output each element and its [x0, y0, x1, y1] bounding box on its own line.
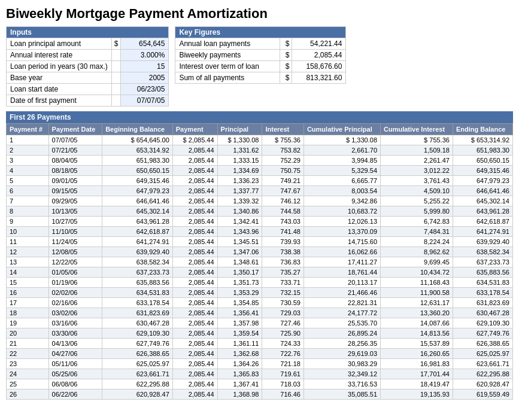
table-row-25-cell-5: 716.46	[262, 389, 303, 400]
table-row-20-cell-7: 15,537.89	[381, 339, 453, 349]
table-row-21-cell-8: 625,025.97	[453, 349, 512, 359]
table-row-11-cell-5: 738.38	[262, 247, 303, 257]
table-row-10-cell-6: 14,715.60	[303, 237, 380, 247]
table-row-19-cell-8: 627,749.76	[453, 328, 512, 339]
table-row-20-cell-5: 724.33	[262, 339, 303, 349]
table-row-25-cell-1: 06/22/06	[48, 389, 102, 400]
table-row-6-cell-1: 09/29/05	[48, 196, 102, 206]
kf-label-0: Annual loan payments	[175, 38, 280, 50]
table-row-5-cell-1: 09/15/05	[48, 186, 102, 196]
col-header-8: Ending Balance	[453, 124, 512, 135]
col-header-2: Beginning Balance	[102, 124, 173, 135]
table-row-17-cell-4: 1,356.41	[217, 308, 262, 318]
table-row-3-cell-0: 4	[7, 166, 49, 176]
table-row-3-cell-4: 1,334.69	[217, 166, 262, 176]
table-row-0-cell-0: 1	[7, 135, 49, 145]
table-row-18-cell-0: 19	[7, 318, 49, 328]
table-row-17-cell-6: 24,177.72	[303, 308, 380, 318]
table-row-2-cell-6: 3,994.85	[303, 156, 380, 166]
table-row-1-cell-0: 2	[7, 145, 49, 156]
col-header-7: Cumulative Interest	[381, 124, 453, 135]
input-value-3[interactable]: 2005	[121, 72, 169, 84]
input-value-5[interactable]: 07/07/05	[121, 95, 169, 106]
table-row-18-cell-1: 03/16/06	[48, 318, 102, 328]
kf-label-3: Sum of all payments	[175, 72, 280, 84]
input-value-1[interactable]: 3.000%	[121, 50, 169, 61]
table-row-17-cell-7: 13,360.20	[381, 308, 453, 318]
table-row-19-cell-5: 725.90	[262, 328, 303, 339]
col-header-6: Cumulative Principal	[303, 124, 380, 135]
table-row-17-cell-8: 630,467.28	[453, 308, 512, 318]
table-row-11-cell-6: 16,062.66	[303, 247, 380, 257]
table-row-8-cell-6: 12,026.13	[303, 217, 380, 227]
table-row-8-cell-5: 743.03	[262, 217, 303, 227]
table-row-16-cell-0: 17	[7, 298, 49, 308]
table-row-1-cell-6: 2,661.70	[303, 145, 380, 156]
table-row-8-cell-2: 643,961.28	[102, 217, 173, 227]
table-row-9-cell-1: 11/10/05	[48, 227, 102, 237]
table-row-10-cell-8: 639,929.40	[453, 237, 512, 247]
table-row-5-cell-8: 646,641.46	[453, 186, 512, 196]
kf-value-0: 54,221.44	[292, 38, 346, 50]
table-row-16-cell-3: 2,085.44	[172, 298, 217, 308]
table-row-25-cell-2: 620,928.47	[102, 389, 173, 400]
table-row-17-cell-3: 2,085.44	[172, 308, 217, 318]
table-row-5-cell-6: 8,003.54	[303, 186, 380, 196]
table-row-17-cell-2: 631,823.69	[102, 308, 173, 318]
table-row-23-cell-3: 2,085.44	[172, 369, 217, 379]
table-row-24-cell-4: 1,367.41	[217, 379, 262, 389]
table-row-21-cell-4: 1,362.68	[217, 349, 262, 359]
table-row-19-cell-2: 629,109.30	[102, 328, 173, 339]
table-row-11-cell-4: 1,347.06	[217, 247, 262, 257]
table-row-9-cell-2: 642,618.87	[102, 227, 173, 237]
table-row-24-cell-7: 18,419.47	[381, 379, 453, 389]
table-row-10-cell-4: 1,345.51	[217, 237, 262, 247]
table-row-5-cell-0: 6	[7, 186, 49, 196]
table-row-9-cell-3: 2,085.44	[172, 227, 217, 237]
table-row-9-cell-7: 7,484.31	[381, 227, 453, 237]
table-row-4-cell-6: 6,665.77	[303, 176, 380, 186]
kf-value-2: 158,676.60	[292, 61, 346, 72]
table-row-8-cell-4: 1,342.41	[217, 217, 262, 227]
table-row-13-cell-6: 18,761.44	[303, 267, 380, 278]
table-row-7-cell-8: 643,961.28	[453, 206, 512, 217]
table-row-13-cell-1: 01/05/06	[48, 267, 102, 278]
table-row-12-cell-4: 1,348.61	[217, 257, 262, 267]
table-row-22-cell-1: 05/11/06	[48, 359, 102, 369]
table-row-14-cell-4: 1,351.73	[217, 278, 262, 288]
input-label-5: Date of first payment	[7, 95, 112, 106]
table-row-3-cell-6: 5,329.54	[303, 166, 380, 176]
table-row-24-cell-5: 718.03	[262, 379, 303, 389]
input-value-0[interactable]: 654,645	[121, 38, 169, 50]
table-row-15-cell-3: 2,085.44	[172, 288, 217, 298]
table-row-8-cell-3: 2,085.44	[172, 217, 217, 227]
table-row-21-cell-5: 722.76	[262, 349, 303, 359]
table-row-25-cell-7: 19,135.93	[381, 389, 453, 400]
table-row-9-cell-8: 641,274.91	[453, 227, 512, 237]
table-row-2-cell-8: 650,650.15	[453, 156, 512, 166]
table-row-1-cell-7: 1,509.18	[381, 145, 453, 156]
table-row-3-cell-1: 08/18/05	[48, 166, 102, 176]
table-row-6-cell-6: 9,342.86	[303, 196, 380, 206]
kf-dollar-3: $	[280, 72, 292, 84]
table-row-12-cell-7: 9,699.45	[381, 257, 453, 267]
table-row-19-cell-7: 14,813.56	[381, 328, 453, 339]
table-row-14-cell-1: 01/19/06	[48, 278, 102, 288]
table-row-15-cell-0: 16	[7, 288, 49, 298]
table-row-14-cell-7: 11,168.43	[381, 278, 453, 288]
table-row-21-cell-0: 22	[7, 349, 49, 359]
table-row-12-cell-2: 638,582.34	[102, 257, 173, 267]
table-row-23-cell-7: 17,701.44	[381, 369, 453, 379]
table-row-24-cell-2: 622,295.88	[102, 379, 173, 389]
table-row-12-cell-1: 12/22/05	[48, 257, 102, 267]
table-row-7-cell-6: 10,683.72	[303, 206, 380, 217]
input-value-2[interactable]: 15	[121, 61, 169, 72]
input-value-4[interactable]: 06/23/05	[121, 84, 169, 95]
table-row-2-cell-2: 651,983.30	[102, 156, 173, 166]
table-row-12-cell-5: 736.83	[262, 257, 303, 267]
table-row-4-cell-2: 649,315.46	[102, 176, 173, 186]
table-row-16-cell-1: 02/16/06	[48, 298, 102, 308]
table-row-8-cell-7: 6,742.83	[381, 217, 453, 227]
table-row-2-cell-5: 752.29	[262, 156, 303, 166]
table-row-5-cell-2: 647,979.23	[102, 186, 173, 196]
